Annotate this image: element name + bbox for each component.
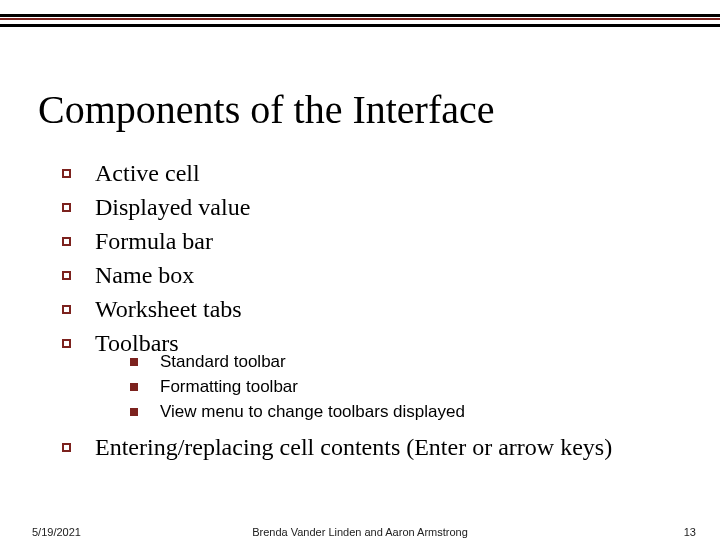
bullet-list: Entering/replacing cell contents (Enter …	[62, 432, 612, 466]
square-bullet-icon	[62, 237, 71, 246]
square-bullet-icon	[62, 203, 71, 212]
list-item-label: Formatting toolbar	[160, 375, 298, 398]
filled-square-bullet-icon	[130, 383, 138, 391]
list-item-label: Name box	[95, 260, 194, 290]
list-item-label: Standard toolbar	[160, 350, 286, 373]
list-item: Formatting toolbar	[130, 375, 465, 398]
list-item-label: Formula bar	[95, 226, 213, 256]
list-item-label: Active cell	[95, 158, 200, 188]
rule-line-2	[0, 24, 720, 27]
square-bullet-icon	[62, 271, 71, 280]
filled-square-bullet-icon	[130, 408, 138, 416]
list-item-label: Displayed value	[95, 192, 250, 222]
slide: Components of the Interface Active cell …	[0, 0, 720, 540]
list-item: Formula bar	[62, 226, 250, 256]
list-item: Active cell	[62, 158, 250, 188]
square-bullet-icon	[62, 443, 71, 452]
square-bullet-icon	[62, 305, 71, 314]
list-item: Displayed value	[62, 192, 250, 222]
list-item-label: Entering/replacing cell contents (Enter …	[95, 432, 612, 462]
rule-line-1	[0, 14, 720, 20]
footer-author: Brenda Vander Linden and Aaron Armstrong	[0, 526, 720, 538]
slide-title: Components of the Interface	[38, 86, 495, 133]
square-bullet-icon	[62, 169, 71, 178]
top-rule	[0, 14, 720, 27]
list-item: Worksheet tabs	[62, 294, 250, 324]
list-item: Standard toolbar	[130, 350, 465, 373]
list-item: Name box	[62, 260, 250, 290]
list-item: Entering/replacing cell contents (Enter …	[62, 432, 612, 462]
footer-page-number: 13	[684, 526, 696, 538]
bullet-list: Active cell Displayed value Formula bar …	[62, 158, 250, 362]
sub-bullet-list: Standard toolbar Formatting toolbar View…	[130, 350, 465, 425]
filled-square-bullet-icon	[130, 358, 138, 366]
square-bullet-icon	[62, 339, 71, 348]
list-item-label: View menu to change toolbars displayed	[160, 400, 465, 423]
list-item: View menu to change toolbars displayed	[130, 400, 465, 423]
list-item-label: Worksheet tabs	[95, 294, 242, 324]
